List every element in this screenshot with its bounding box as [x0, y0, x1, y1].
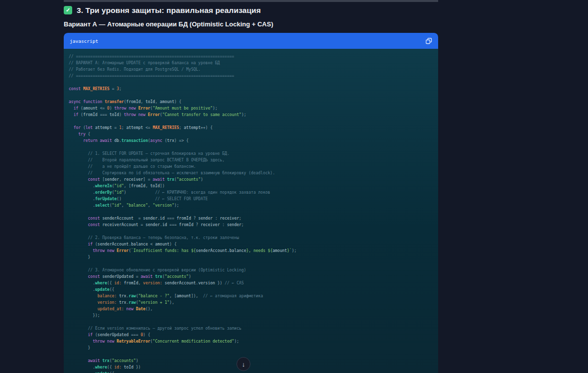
- section-heading: ✓ 3. Три уровня защиты: правильная реали…: [64, 5, 438, 15]
- check-icon: ✓: [64, 6, 72, 14]
- copy-code-button[interactable]: [426, 38, 432, 44]
- code-block-header: javascript: [64, 33, 438, 49]
- arrow-down-icon: ↓: [242, 361, 245, 368]
- copy-icon: [426, 38, 432, 44]
- chat-message-content: ✓ 3. Три уровня защиты: правильная реали…: [64, 0, 438, 373]
- section-title: 3. Три уровня защиты: правильная реализа…: [77, 6, 261, 15]
- variant-subheading: Вариант А — Атомарные операции БД (Optim…: [64, 20, 438, 28]
- previous-element-edge: [64, 0, 438, 2]
- language-label: javascript: [70, 38, 98, 44]
- scroll-to-bottom-button[interactable]: ↓: [236, 357, 250, 371]
- code-text: // =====================================…: [69, 53, 433, 373]
- code-block: javascript // ==========================…: [64, 33, 438, 373]
- code-body[interactable]: // =====================================…: [64, 49, 438, 373]
